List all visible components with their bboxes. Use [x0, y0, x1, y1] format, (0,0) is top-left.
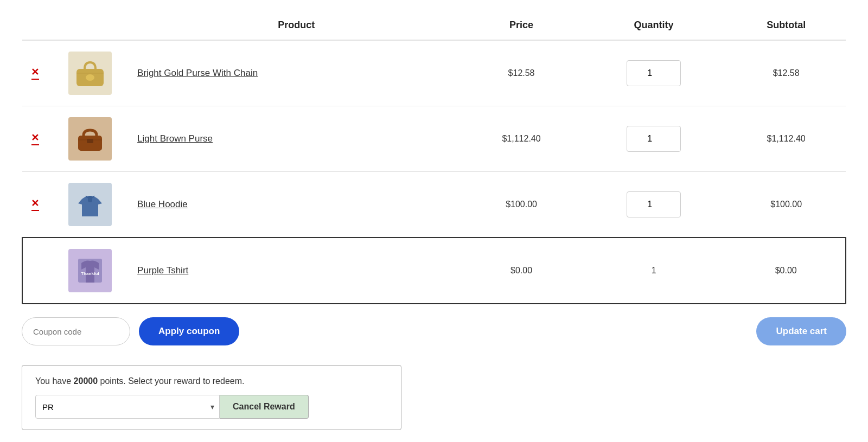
- product-name-link[interactable]: Blue Hoodie: [137, 199, 188, 209]
- cart-container: Product Price Quantity Subtotal ✕: [0, 0, 868, 441]
- x-icon: ✕: [31, 67, 39, 77]
- product-quantity-cell: [581, 172, 726, 238]
- svg-rect-6: [88, 196, 92, 202]
- product-quantity-cell: 1: [581, 238, 726, 304]
- product-image: [68, 52, 112, 95]
- product-name-cell: Bright Gold Purse With Chain: [131, 40, 462, 106]
- product-quantity-cell: [581, 106, 726, 172]
- cancel-reward-button[interactable]: Cancel Reward: [220, 395, 309, 419]
- table-row: ✕ Blue Hoodie $100.00: [22, 172, 846, 238]
- product-image-cell: [62, 106, 131, 172]
- x-icon: ✕: [31, 133, 39, 143]
- remove-cell: ✕: [22, 172, 62, 238]
- col-header-price: Price: [462, 11, 581, 40]
- svg-point-1: [86, 74, 94, 81]
- svg-rect-4: [87, 139, 93, 143]
- remove-underline: [31, 79, 39, 80]
- col-header-remove: [22, 11, 62, 40]
- product-name-cell: Light Brown Purse: [131, 106, 462, 172]
- product-subtotal-cell: $100.00: [726, 172, 846, 238]
- rewards-message: You have 20000 points. Select your rewar…: [35, 376, 388, 386]
- cart-table: Product Price Quantity Subtotal ✕: [22, 11, 846, 304]
- coupon-left: Apply coupon: [22, 317, 239, 345]
- apply-coupon-button[interactable]: Apply coupon: [139, 317, 239, 345]
- remove-underline: [31, 144, 39, 145]
- product-name-cell: Purple Tshirt: [131, 238, 462, 304]
- remove-button[interactable]: ✕: [29, 65, 41, 82]
- remove-cell: [22, 238, 62, 304]
- product-image-cell: [62, 172, 131, 238]
- col-header-subtotal: Subtotal: [726, 11, 846, 40]
- col-header-product: Product: [131, 11, 462, 40]
- product-price-cell: $100.00: [462, 172, 581, 238]
- coupon-input[interactable]: [22, 317, 130, 345]
- coupon-row: Apply coupon Update cart: [22, 317, 846, 345]
- product-price-cell: $1,112.40: [462, 106, 581, 172]
- product-quantity-cell: [581, 40, 726, 106]
- rewards-select-wrapper: PR: [35, 395, 220, 419]
- rewards-controls: PR Cancel Reward: [35, 395, 388, 419]
- x-icon: ✕: [31, 198, 39, 208]
- product-name-link[interactable]: Bright Gold Purse With Chain: [137, 68, 258, 78]
- rewards-section: You have 20000 points. Select your rewar…: [22, 365, 401, 430]
- table-header-row: Product Price Quantity Subtotal: [22, 11, 846, 40]
- table-row: Thankful Purple Tshirt $0.00 1 $0.00: [22, 238, 846, 304]
- table-row: ✕ Bright Gold Purse With Chain $12.: [22, 40, 846, 106]
- product-price-cell: $12.58: [462, 40, 581, 106]
- col-header-quantity: Quantity: [581, 11, 726, 40]
- product-price-cell: $0.00: [462, 238, 581, 304]
- update-cart-button[interactable]: Update cart: [756, 317, 846, 345]
- product-name-link[interactable]: Light Brown Purse: [137, 133, 213, 144]
- product-subtotal-cell: $0.00: [726, 238, 846, 304]
- product-name-link[interactable]: Purple Tshirt: [137, 265, 188, 276]
- svg-text:Thankful: Thankful: [81, 271, 99, 276]
- table-row: ✕ Light Brown Purse $1,112.40: [22, 106, 846, 172]
- product-image: [68, 117, 112, 161]
- product-name-cell: Blue Hoodie: [131, 172, 462, 238]
- product-image-cell: Thankful: [62, 238, 131, 304]
- rewards-select[interactable]: PR: [35, 395, 220, 419]
- quantity-input[interactable]: [627, 60, 681, 86]
- product-image: [68, 183, 112, 226]
- quantity-input[interactable]: [627, 126, 681, 152]
- remove-button[interactable]: ✕: [29, 196, 41, 213]
- product-subtotal-cell: $12.58: [726, 40, 846, 106]
- remove-cell: ✕: [22, 106, 62, 172]
- quantity-input[interactable]: [627, 191, 681, 217]
- col-header-image: [62, 11, 131, 40]
- remove-cell: ✕: [22, 40, 62, 106]
- product-subtotal-cell: $1,112.40: [726, 106, 846, 172]
- rewards-points: 20000: [74, 376, 98, 386]
- remove-button[interactable]: ✕: [29, 131, 41, 148]
- remove-underline: [31, 210, 39, 211]
- product-image: Thankful: [68, 249, 112, 292]
- product-image-cell: [62, 40, 131, 106]
